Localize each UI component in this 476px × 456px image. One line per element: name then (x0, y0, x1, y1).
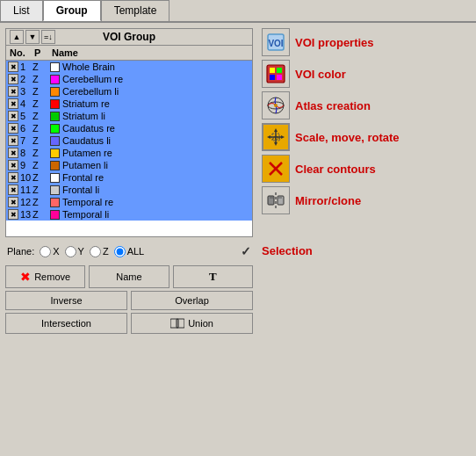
row-color-swatch (50, 99, 60, 109)
table-row[interactable]: ✖ 1 Z Whole Brain (6, 61, 252, 73)
overlap-button[interactable]: Overlap (131, 291, 253, 310)
voi-color-btn[interactable] (262, 60, 290, 88)
row-checkbox[interactable]: ✖ (8, 86, 18, 97)
plane-label: Plane: (7, 246, 34, 257)
row-checkbox[interactable]: ✖ (8, 185, 18, 195)
row-color-swatch (50, 161, 60, 170)
svg-rect-7 (270, 75, 275, 80)
row-no-5: ✖ 5 (8, 111, 32, 121)
row-number: 13 (20, 209, 31, 220)
table-row[interactable]: ✖ 3 Z Cerebellum li (6, 85, 252, 98)
tab-template[interactable]: Template (101, 0, 170, 21)
row-number: 11 (20, 185, 31, 195)
row-checkbox[interactable]: ✖ (8, 209, 18, 220)
radio-x[interactable]: X (40, 246, 59, 257)
col-no: No. (8, 47, 32, 58)
voi-group-header: ▲ ▼ =↓ VOI Group (6, 29, 252, 46)
row-no-2: ✖ 2 (8, 74, 32, 84)
t-button[interactable]: T (173, 265, 253, 288)
radio-z-input[interactable] (90, 246, 101, 257)
row-color-swatch (50, 198, 60, 207)
row-plane: Z (32, 160, 50, 170)
row-color-swatch (50, 210, 60, 220)
mirror-clone-icon (266, 191, 285, 210)
row-checkbox[interactable]: ✖ (8, 111, 18, 121)
table-row[interactable]: ✖ 11 Z Frontal li (6, 184, 252, 196)
row-number: 8 (20, 148, 25, 158)
tab-list[interactable]: List (0, 0, 43, 21)
radio-z[interactable]: Z (90, 246, 109, 257)
row-checkbox[interactable]: ✖ (8, 160, 18, 170)
row-plane: Z (32, 185, 50, 195)
btn-row-1: ✖ Remove Name T (5, 265, 253, 288)
sort-down-btn[interactable]: ▼ (25, 30, 40, 44)
table-row[interactable]: ✖ 7 Z Caudatus li (6, 134, 252, 147)
radio-y-input[interactable] (65, 246, 76, 257)
table-row[interactable]: ✖ 8 Z Putamen re (6, 147, 252, 159)
row-checkbox[interactable]: ✖ (8, 74, 18, 84)
row-checkbox[interactable]: ✖ (8, 62, 18, 72)
table-row[interactable]: ✖ 13 Z Temporal li (6, 208, 252, 221)
radio-all-input[interactable] (114, 246, 126, 257)
clear-contours-label: Clear contours (295, 163, 376, 176)
remove-button[interactable]: ✖ Remove (5, 265, 85, 288)
atlas-creation-icon (266, 96, 285, 115)
row-checkbox[interactable]: ✖ (8, 197, 18, 207)
clear-contours-btn[interactable] (262, 155, 290, 183)
sort-num-btn[interactable]: =↓ (41, 30, 55, 44)
radio-all[interactable]: ALL (114, 246, 145, 257)
row-color-swatch (50, 124, 60, 134)
row-number: 3 (20, 86, 25, 97)
union-button[interactable]: Union (131, 313, 253, 334)
row-plane: Z (32, 86, 50, 97)
intersection-button[interactable]: Intersection (5, 313, 127, 334)
table-row[interactable]: ✖ 12 Z Temporal re (6, 196, 252, 208)
atlas-creation-label: Atlas creation (295, 99, 371, 112)
row-checkbox[interactable]: ✖ (8, 98, 18, 109)
scale-move-rotate-btn[interactable]: VOI (262, 123, 290, 151)
radio-x-input[interactable] (40, 246, 51, 257)
row-number: 10 (20, 172, 31, 183)
tab-group[interactable]: Group (43, 0, 101, 21)
table-body[interactable]: ✖ 1 Z Whole Brain ✖ 2 Z Cerebellum re ✖ … (6, 61, 252, 236)
clear-contours-icon (268, 161, 284, 177)
table-row[interactable]: ✖ 2 Z Cerebellum re (6, 73, 252, 85)
voi-properties-btn[interactable]: VOI (262, 28, 290, 56)
svg-rect-8 (277, 75, 282, 80)
row-no-4: ✖ 4 (8, 98, 32, 109)
table-row[interactable]: ✖ 9 Z Putamen li (6, 159, 252, 171)
row-name: Cerebellum li (50, 86, 250, 97)
row-no-1: ✖ 1 (8, 62, 32, 72)
radio-y[interactable]: Y (65, 246, 84, 257)
row-checkbox[interactable]: ✖ (8, 172, 18, 183)
table-row[interactable]: ✖ 5 Z Striatum li (6, 110, 252, 122)
inverse-button[interactable]: Inverse (5, 291, 127, 310)
col-name: Name (50, 47, 250, 58)
row-number: 12 (20, 197, 31, 207)
row-number: 1 (20, 62, 25, 72)
table-row[interactable]: ✖ 6 Z Caudatus re (6, 122, 252, 134)
voi-properties-label: VOI properties (295, 36, 374, 49)
svg-rect-6 (277, 68, 282, 73)
tool-row-scale-move-rotate: VOI Scale, move, rotate (262, 123, 400, 151)
row-color-swatch (50, 62, 60, 72)
row-plane: Z (32, 197, 50, 207)
row-name: Cerebellum re (50, 74, 250, 84)
mirror-clone-label: Mirror/clone (295, 194, 361, 207)
atlas-creation-btn[interactable] (262, 91, 290, 119)
mirror-clone-btn[interactable] (262, 186, 290, 214)
table-row[interactable]: ✖ 4 Z Striatum re (6, 98, 252, 110)
sort-up-btn[interactable]: ▲ (10, 30, 24, 44)
svg-text:VOI: VOI (268, 39, 283, 48)
remove-label: Remove (34, 271, 70, 282)
table-row[interactable]: ✖ 10 Z Frontal re (6, 171, 252, 184)
row-checkbox[interactable]: ✖ (8, 123, 18, 134)
voi-properties-icon: VOI (266, 33, 285, 52)
row-checkbox[interactable]: ✖ (8, 135, 18, 146)
svg-point-11 (274, 104, 278, 107)
svg-marker-17 (281, 135, 285, 139)
row-number: 7 (20, 135, 25, 146)
row-checkbox[interactable]: ✖ (8, 148, 18, 158)
svg-marker-14 (274, 128, 278, 132)
name-button[interactable]: Name (89, 265, 169, 288)
